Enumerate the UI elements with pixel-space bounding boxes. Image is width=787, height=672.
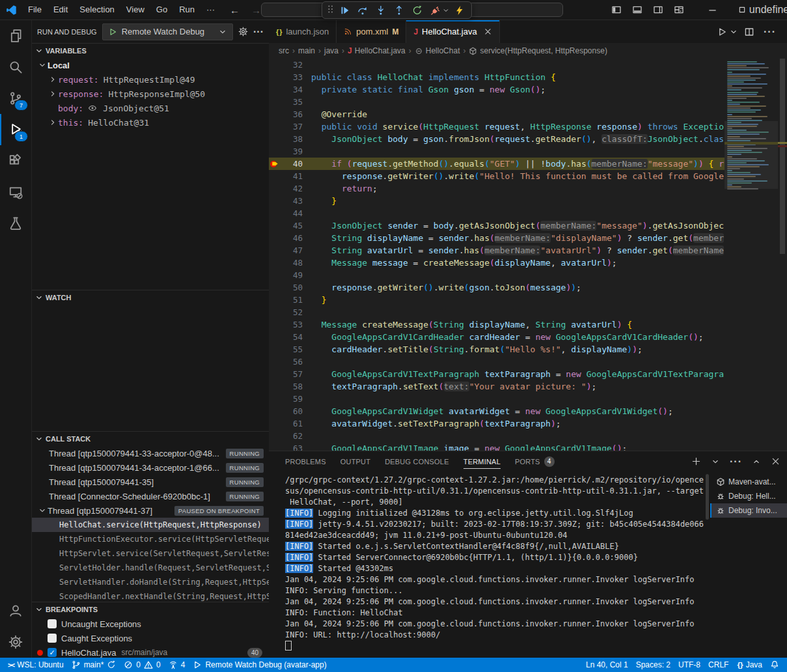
terminal-profile-dropdown[interactable]: [711, 457, 720, 466]
panel-tab-ports[interactable]: PORTS4: [515, 451, 555, 471]
breakpoint-row[interactable]: ✓HelloChat.javasrc/main/java40: [32, 645, 269, 658]
status-problems[interactable]: 00: [120, 658, 164, 672]
breakpoint-checkbox[interactable]: ✓: [48, 648, 57, 657]
variable-row[interactable]: body:JsonObject@51: [32, 101, 269, 115]
tab-hellochat-java[interactable]: JHelloChat.java: [406, 20, 499, 43]
code-line[interactable]: 36 @Override: [269, 108, 725, 120]
code-line[interactable]: 34 private static final Gson gson = new …: [269, 83, 725, 96]
stack-frame[interactable]: HelloChat.service(HttpRequest,HttpRespon…: [32, 518, 269, 532]
status-language-mode[interactable]: {}Java: [732, 658, 766, 672]
terminal-scrollbar[interactable]: [704, 471, 710, 658]
variable-row[interactable]: response:HttpResponseImpl@50: [32, 87, 269, 101]
code-line[interactable]: 39: [269, 145, 725, 158]
code-line[interactable]: 42 return;: [269, 182, 725, 195]
breadcrumb-item[interactable]: JHelloChat.java: [348, 46, 406, 55]
menu-go[interactable]: Go: [150, 0, 173, 20]
minimize-button[interactable]: [697, 0, 727, 20]
debug-settings-gear-icon[interactable]: [238, 27, 248, 36]
panel-tab-terminal[interactable]: TERMINAL: [463, 451, 501, 471]
code-line[interactable]: 50 response.getWriter().write(gson.toJso…: [269, 281, 725, 294]
code-line[interactable]: 37 public void service(HttpRequest reque…: [269, 120, 725, 133]
status-notifications[interactable]: [766, 658, 783, 672]
tab-launch-json[interactable]: { }launch.json: [269, 20, 337, 43]
breakpoint-margin[interactable]: [269, 393, 282, 405]
eye-icon[interactable]: [88, 104, 97, 113]
breakpoint-margin[interactable]: [269, 306, 282, 318]
tab-pom-xml[interactable]: pom.xmlM: [337, 20, 406, 43]
nav-forward-icon[interactable]: →: [251, 5, 261, 16]
breakpoint-margin[interactable]: [269, 294, 282, 306]
variable-row[interactable]: this:HelloChat@31: [32, 115, 269, 130]
continue-button[interactable]: [335, 3, 353, 18]
status-remote-indicator[interactable]: ><WSL: Ubuntu: [4, 658, 68, 672]
stack-frame[interactable]: ServletHandler.doHandle(String,Request,H…: [32, 575, 269, 589]
status-git-branch[interactable]: main*: [68, 658, 120, 672]
editor-more-button[interactable]: ···: [764, 26, 776, 38]
menu-view[interactable]: View: [120, 0, 150, 20]
breakpoint-margin[interactable]: [269, 182, 282, 195]
code-line[interactable]: 61 avatarWidget.setTextParagraph(textPar…: [269, 417, 725, 430]
sidebar-item-run-and-debug[interactable]: 1: [0, 114, 31, 145]
breadcrumb-item[interactable]: HelloChat: [415, 46, 460, 55]
stack-frame[interactable]: HttpServlet.service(ServletRequest,Servl…: [32, 546, 269, 561]
breakpoint-margin[interactable]: [269, 343, 282, 356]
minimap[interactable]: [725, 59, 778, 451]
code-line[interactable]: 41 response.getWriter().write("Hello! Th…: [269, 170, 725, 182]
breakpoint-margin[interactable]: [269, 356, 282, 368]
editor-scrollbar[interactable]: [778, 59, 787, 451]
code-line[interactable]: 32: [269, 59, 725, 71]
run-java-button[interactable]: [717, 27, 727, 37]
status-cursor-position[interactable]: Ln 40, Col 1: [582, 658, 632, 672]
breakpoint-checkbox[interactable]: [48, 634, 57, 643]
section-header-watch[interactable]: WATCH: [32, 290, 269, 305]
breakpoint-margin[interactable]: [269, 83, 282, 96]
panel-tab-debug-console[interactable]: DEBUG CONSOLE: [385, 451, 449, 471]
disconnect-dropdown[interactable]: [442, 6, 450, 15]
scrollbar-thumb[interactable]: [780, 59, 785, 254]
restart-button[interactable]: [408, 3, 426, 18]
menu-run[interactable]: Run: [173, 0, 200, 20]
layout-grid[interactable]: [674, 5, 684, 15]
close-button[interactable]: undefined: [757, 0, 787, 20]
breakpoint-margin[interactable]: [269, 158, 282, 170]
breakpoint-margin[interactable]: [269, 405, 282, 417]
breakpoint-margin[interactable]: [269, 71, 282, 83]
terminal-list-item[interactable]: Debug: Hell...: [710, 489, 787, 503]
code-editor[interactable]: 3233public class HelloChat implements Ht…: [269, 59, 787, 451]
breakpoint-margin[interactable]: [269, 281, 282, 294]
code-line[interactable]: 44: [269, 207, 725, 219]
menu-file[interactable]: File: [22, 0, 48, 20]
code-line[interactable]: 43 }: [269, 195, 725, 207]
breakpoint-margin[interactable]: [269, 417, 282, 430]
status-forwarded-ports[interactable]: 4: [165, 658, 189, 672]
breakpoint-margin[interactable]: [269, 108, 282, 120]
breadcrumb-item[interactable]: java: [324, 46, 338, 55]
split-editor-button[interactable]: [744, 27, 754, 37]
minimap-slider[interactable]: [725, 121, 778, 189]
sidebar-more-icon[interactable]: ···: [253, 26, 264, 38]
breakpoint-margin[interactable]: [269, 257, 282, 269]
sidebar-item-remote-explorer[interactable]: [0, 176, 31, 208]
panel-tab-problems[interactable]: PROBLEMS: [285, 451, 326, 471]
step-out-button[interactable]: [390, 3, 407, 18]
sidebar-item-extensions[interactable]: [0, 145, 31, 176]
code-line[interactable]: 52: [269, 306, 725, 318]
code-line[interactable]: 38 JsonObject body = gson.fromJson(reque…: [269, 133, 725, 145]
code-line[interactable]: 47 String avatarUrl = sender.has(memberN…: [269, 244, 725, 257]
terminal-list-item[interactable]: Debug: Invo...: [710, 503, 787, 518]
code-line[interactable]: 54 GoogleAppsCardV1CardHeader cardHeader…: [269, 331, 725, 343]
call-stack-thread[interactable]: Thread [qtp1500079441-34-acceptor-1@66..…: [32, 460, 269, 475]
breakpoint-margin[interactable]: [269, 331, 282, 343]
stack-frame[interactable]: ServletHolder.handle(Request,ServletRequ…: [32, 561, 269, 575]
breadcrumb-item[interactable]: service(HttpRequest, HttpResponse): [469, 46, 607, 55]
nav-back-icon[interactable]: ←: [230, 5, 240, 16]
variables-scope[interactable]: Local: [32, 58, 269, 72]
variable-row[interactable]: request:HttpRequestImpl@49: [32, 72, 269, 87]
breakpoint-margin[interactable]: [269, 430, 282, 442]
sidebar-item-accounts[interactable]: [0, 595, 31, 626]
new-terminal-button[interactable]: [691, 456, 701, 466]
breakpoint-margin[interactable]: [269, 318, 282, 331]
code-line[interactable]: 40 if (request.getMethod().equals("GET")…: [269, 158, 725, 170]
maximize-panel-button[interactable]: [752, 457, 761, 466]
layout-panel[interactable]: [632, 5, 642, 15]
